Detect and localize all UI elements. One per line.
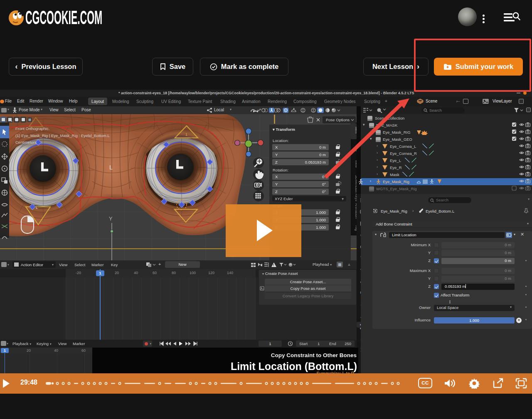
svg-text:Front Orthographic.: Front Orthographic. <box>15 126 49 131</box>
svg-text:(1) Eye_Mask_Rig | Eye_Mask_Ri: (1) Eye_Mask_Rig | Eye_Mask_Rig : Eyelid… <box>15 133 110 138</box>
svg-text:L: L <box>109 164 113 171</box>
svg-text:!: ! <box>273 263 274 267</box>
svg-text:Y: Y <box>109 216 113 222</box>
svg-text:1: 1 <box>185 132 187 137</box>
svg-text:L: L <box>36 206 38 210</box>
svg-text:Centimeters: Centimeters <box>15 140 37 145</box>
